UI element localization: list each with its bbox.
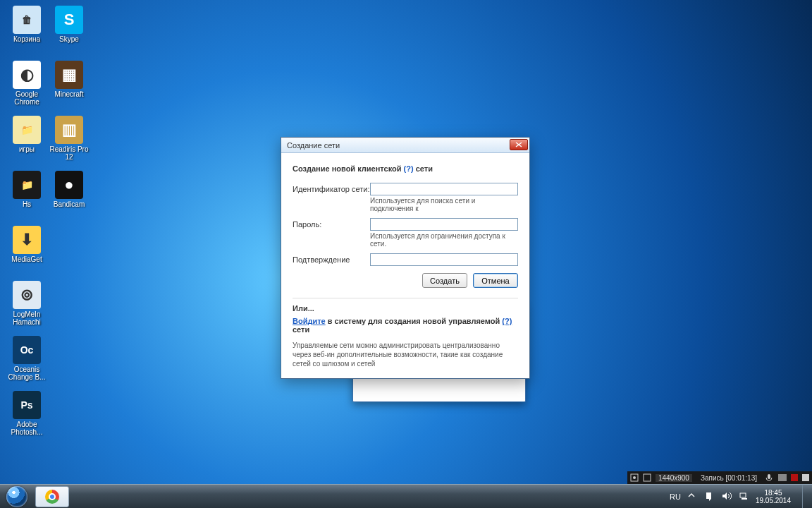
desktop-icon-label: Корзина bbox=[13, 35, 40, 43]
confirm-password-input[interactable] bbox=[370, 253, 518, 266]
desktop-icon-hs[interactable]: 📁Hs bbox=[6, 171, 48, 226]
app-icon: 📁 bbox=[13, 116, 41, 144]
network-id-hint: Используется для поиска сети и подключен… bbox=[370, 197, 518, 212]
dialog-title: Создание сети bbox=[287, 141, 340, 150]
app-icon: ◐ bbox=[13, 61, 41, 89]
app-icon: ⊚ bbox=[13, 281, 41, 309]
webcam-icon[interactable] bbox=[778, 474, 787, 481]
network-id-label: Идентификатор сети: bbox=[293, 185, 370, 193]
login-link[interactable]: Войдите bbox=[293, 317, 326, 325]
svg-rect-5 bbox=[742, 498, 747, 500]
app-icon: S bbox=[55, 6, 83, 34]
password-label: Пароль: bbox=[293, 220, 370, 229]
dialog-titlebar[interactable]: Создание сети bbox=[281, 138, 529, 153]
desktop-icon-google-chrome[interactable]: ◐Google Chrome bbox=[6, 61, 48, 116]
action-center-icon[interactable] bbox=[705, 492, 715, 502]
or-label: Или... bbox=[293, 304, 518, 313]
close-button[interactable] bbox=[510, 139, 528, 150]
password-hint: Используется для ограничения доступа к с… bbox=[370, 232, 518, 248]
taskbar: RU 18:45 19.05.2014 bbox=[0, 484, 812, 508]
resolution-readout: 1440x900 bbox=[656, 474, 692, 482]
app-icon: Ps bbox=[13, 391, 41, 419]
svg-rect-2 bbox=[644, 474, 651, 481]
show-hidden-icons[interactable] bbox=[688, 492, 698, 502]
clock-date: 19.05.2014 bbox=[756, 497, 791, 504]
confirm-label: Подтверждение bbox=[293, 255, 370, 264]
login-prompt: Войдите в систему для создания новой упр… bbox=[293, 317, 518, 334]
create-button[interactable]: Создать bbox=[422, 273, 467, 288]
desktop-icon-label: Minecraft bbox=[54, 90, 83, 98]
recording-time: Запись [00:01:13] bbox=[701, 474, 757, 482]
svg-point-1 bbox=[633, 476, 636, 479]
app-icon: ▥ bbox=[55, 116, 83, 144]
fullscreen-icon[interactable] bbox=[643, 473, 651, 482]
stop-icon[interactable] bbox=[802, 474, 809, 481]
desktop-icon-label: Oceanis Change B... bbox=[6, 365, 48, 381]
desktop-icon-readiris-pro-12[interactable]: ▥Readiris Pro 12 bbox=[48, 116, 90, 171]
app-icon: Oc bbox=[13, 336, 41, 364]
clock[interactable]: 18:45 19.05.2014 bbox=[756, 489, 791, 504]
chrome-icon bbox=[45, 490, 59, 504]
language-indicator[interactable]: RU bbox=[670, 492, 681, 501]
desktop-icon-label: Google Chrome bbox=[6, 90, 48, 106]
app-icon: ▦ bbox=[55, 61, 83, 89]
desktop-icon-label: Skype bbox=[59, 35, 79, 43]
show-desktop-button[interactable] bbox=[802, 485, 809, 509]
desktop-icon-label: Bandicam bbox=[54, 200, 85, 208]
divider bbox=[293, 298, 518, 298]
bandicam-overlay[interactable]: 1440x900 Запись [00:01:13] bbox=[627, 471, 812, 484]
desktop-icon-logmein-hamachi[interactable]: ⊚LogMeIn Hamachi bbox=[6, 281, 48, 336]
desktop-icon-adobe-photosh-[interactable]: PsAdobe Photosh... bbox=[6, 391, 48, 446]
cancel-button[interactable]: Отмена bbox=[473, 273, 518, 288]
desktop-icon-label: Readiris Pro 12 bbox=[48, 145, 90, 161]
help-link[interactable]: (?) bbox=[404, 164, 414, 173]
app-icon: ⬇ bbox=[13, 226, 41, 254]
system-tray: RU 18:45 19.05.2014 bbox=[670, 485, 812, 508]
password-input[interactable] bbox=[370, 218, 518, 231]
clock-time: 18:45 bbox=[756, 489, 791, 497]
taskbar-app-chrome[interactable] bbox=[35, 486, 69, 507]
desktop-icon-label: Adobe Photosh... bbox=[6, 421, 48, 436]
desktop-icon-oceanis-change-b-[interactable]: OcOceanis Change B... bbox=[6, 336, 48, 391]
network-id-input[interactable] bbox=[370, 183, 518, 195]
create-network-dialog: Создание сети Создание новой клиентской … bbox=[281, 137, 530, 379]
close-icon bbox=[515, 142, 522, 147]
desktop-icon-label: LogMeIn Hamachi bbox=[6, 310, 48, 326]
managed-help-link[interactable]: (?) bbox=[502, 317, 512, 325]
managed-network-description: Управляемые сети можно администрировать … bbox=[293, 341, 518, 368]
target-icon[interactable] bbox=[630, 473, 639, 482]
desktop-icon-игры[interactable]: 📁игры bbox=[6, 116, 48, 171]
svg-rect-3 bbox=[768, 474, 770, 479]
app-icon: 📁 bbox=[13, 171, 41, 199]
desktop-icon-label: MediaGet bbox=[11, 255, 42, 263]
desktop-icon-label: Hs bbox=[23, 200, 31, 208]
dialog-heading: Создание новой клиентской (?) сети bbox=[293, 164, 518, 173]
desktop-icon-label: игры bbox=[19, 145, 35, 153]
desktop-icon-bandicam[interactable]: ●Bandicam bbox=[48, 171, 90, 226]
desktop-icon-minecraft[interactable]: ▦Minecraft bbox=[48, 61, 90, 116]
desktop-icon-корзина[interactable]: 🗑Корзина bbox=[6, 6, 48, 61]
desktop-icon-mediaget[interactable]: ⬇MediaGet bbox=[6, 226, 48, 281]
app-icon: ● bbox=[55, 171, 83, 199]
app-icon: 🗑 bbox=[13, 6, 41, 34]
network-icon[interactable] bbox=[739, 492, 749, 502]
svg-rect-4 bbox=[740, 493, 746, 497]
desktop-icon-skype[interactable]: SSkype bbox=[48, 6, 90, 61]
volume-icon[interactable] bbox=[722, 492, 732, 502]
record-indicator-icon[interactable] bbox=[791, 474, 798, 481]
start-button[interactable] bbox=[0, 485, 34, 508]
mic-icon[interactable] bbox=[765, 473, 774, 482]
